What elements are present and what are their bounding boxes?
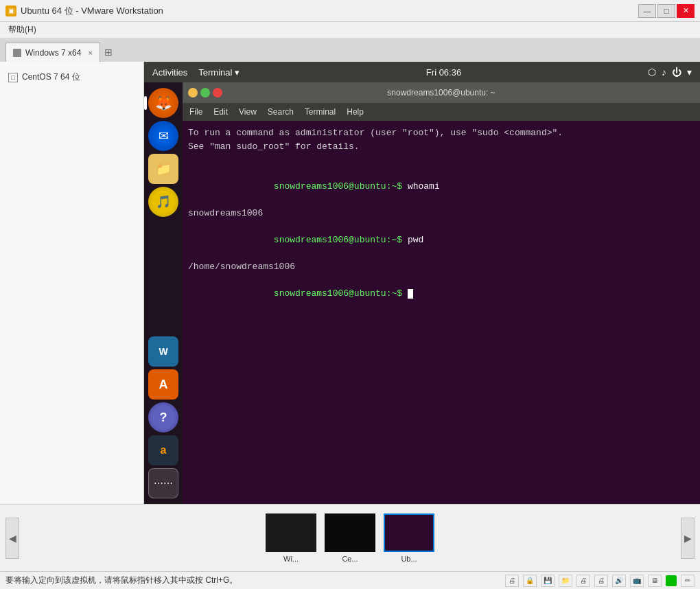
appstore-icon: A [159, 378, 168, 392]
status-icon-volume[interactable]: 🔊 [612, 575, 626, 587]
dock-item-libreoffice[interactable]: W [148, 336, 178, 367]
thumb-label-centos: Ce... [342, 555, 358, 563]
vmware-icon: ▣ [5, 5, 16, 16]
dock-item-amazon[interactable]: a [148, 435, 178, 465]
files-icon: 📁 [156, 161, 171, 176]
vm-item-label: CentOS 7 64 位 [22, 71, 80, 83]
status-icon-folder[interactable]: 📁 [559, 575, 572, 587]
close-button[interactable]: ✕ [677, 4, 695, 18]
minimize-button[interactable]: — [638, 4, 656, 18]
thumb-img-centos [325, 513, 375, 552]
term-prompt-whoami: snowdreams1006@ubuntu:~$ whoami [188, 167, 695, 207]
title-bar-left: ▣ Ubuntu 64 位 - VMware Workstation [5, 5, 163, 17]
status-icon-lock[interactable]: 🔒 [523, 575, 537, 587]
maximize-button[interactable]: □ [657, 4, 675, 18]
ubuntu-topbar-left: Activities Terminal ▾ [152, 67, 240, 78]
tab-windows7[interactable]: Windows 7 x64 × [5, 43, 100, 62]
thumbnails-strip: ◀ Wi... Ce... Ub... ▶ [0, 504, 700, 571]
term-empty-line-1 [188, 153, 695, 167]
terminal-menu-edit[interactable]: Edit [213, 107, 228, 117]
term-prompt-pwd: snowdreams1006@ubuntu:~$ pwd [188, 220, 695, 261]
ubuntu-clock: Fri 06:36 [426, 67, 461, 78]
ubuntu-topbar-right: ⬡ ♪ ⏻ ▾ [648, 67, 692, 78]
status-icon-print2[interactable]: 🖨 [576, 575, 590, 587]
dock-item-help[interactable]: ? [148, 402, 178, 432]
volume-icon[interactable]: ♪ [662, 67, 666, 78]
terminal-window: snowdreams1006@ubuntu: ~ File Edit View … [183, 82, 700, 504]
term-prompt-current: snowdreams1006@ubuntu:~$ [188, 274, 695, 314]
status-icon-usb[interactable]: 🖥 [648, 575, 662, 587]
amazon-icon: a [161, 444, 167, 457]
vm-item-centos[interactable]: □ CentOS 7 64 位 [0, 67, 143, 87]
ubuntu-desktop: 🦊 ✉ 📁 🎵 W [144, 82, 700, 504]
main-content: □ CentOS 7 64 位 Activities Terminal ▾ Fr… [0, 62, 700, 589]
rhythmbox-icon: 🎵 [156, 194, 171, 209]
thumbnails-prev-button[interactable]: ◀ [5, 518, 19, 559]
terminal-menu-terminal[interactable]: Terminal [305, 107, 336, 117]
thumbnail-items: Wi... Ce... Ub... [22, 513, 678, 563]
terminal-close-button[interactable] [213, 88, 222, 97]
tab-label: Windows 7 x64 [25, 48, 81, 58]
term-output-pwd: /home/snowdreams1006 [188, 260, 695, 274]
left-panel: □ CentOS 7 64 位 [0, 62, 144, 504]
status-bar: 要将输入定向到该虚拟机，请将鼠标指针移入其中或按 Ctrl+G。 🖨 🔒 💾 📁… [0, 571, 700, 589]
terminal-menu-help[interactable]: Help [347, 107, 364, 117]
vm-area: □ CentOS 7 64 位 Activities Terminal ▾ Fr… [0, 62, 700, 504]
dock-item-thunderbird[interactable]: ✉ [148, 121, 178, 151]
status-icon-print[interactable]: 🖨 [505, 575, 519, 587]
firefox-icon: 🦊 [155, 95, 172, 111]
term-output-line-2: See "man sudo_root" for details. [188, 140, 695, 154]
dock-item-firefox[interactable]: 🦊 [148, 88, 178, 118]
terminal-maximize-button[interactable] [200, 88, 210, 97]
term-cmd-pwd: pwd [408, 235, 423, 245]
ubuntu-dock: 🦊 ✉ 📁 🎵 W [144, 82, 183, 504]
thumb-img-win7 [266, 513, 316, 552]
status-icon-display[interactable]: 📺 [630, 575, 644, 587]
thumbnails-next-button[interactable]: ▶ [681, 518, 695, 559]
status-icon-save[interactable]: 💾 [541, 575, 555, 587]
terminal-minimize-button[interactable] [188, 88, 198, 97]
window-controls: — □ ✕ [638, 4, 695, 18]
tabs-area: Windows 7 x64 × ⊞ [0, 38, 700, 62]
terminal-titlebar: snowdreams1006@ubuntu: ~ [183, 82, 700, 103]
dock-item-files[interactable]: 📁 [148, 154, 178, 184]
power-icon[interactable]: ⏻ [672, 67, 681, 78]
libreoffice-icon: W [159, 346, 167, 357]
ubuntu-topbar: Activities Terminal ▾ Fri 06:36 ⬡ ♪ ⏻ ▾ [144, 62, 700, 82]
terminal-body[interactable]: To run a command as administrator (user … [183, 121, 700, 504]
terminal-title: snowdreams1006@ubuntu: ~ [222, 88, 660, 97]
menu-item-help[interactable]: 帮助(H) [5, 23, 39, 37]
thumb-item-centos[interactable]: Ce... [325, 513, 375, 563]
terminal-menu-button[interactable]: Terminal ▾ [198, 67, 240, 78]
thumb-label-win7: Wi... [283, 555, 299, 563]
dock-item-show-apps[interactable]: ⋯⋯ Show Applications [148, 468, 178, 498]
term-cursor [408, 289, 413, 299]
network-icon[interactable]: ⬡ [648, 67, 656, 78]
status-icon-print3[interactable]: 🖨 [594, 575, 608, 587]
terminal-win-controls [188, 88, 222, 97]
terminal-menu-search[interactable]: Search [268, 107, 294, 117]
terminal-menu-file[interactable]: File [189, 107, 202, 117]
thumb-item-win7[interactable]: Wi... [266, 513, 316, 563]
help-icon: ? [160, 411, 167, 425]
thumb-item-ubuntu[interactable]: Ub... [384, 513, 434, 563]
terminal-menu-view[interactable]: View [239, 107, 257, 117]
vm-item-icon: □ [8, 73, 18, 82]
activities-button[interactable]: Activities [152, 67, 187, 78]
dock-active-indicator [144, 96, 147, 110]
term-prompt-text: snowdreams1006@ubuntu:~$ [274, 181, 408, 192]
thumb-label-ubuntu: Ub... [401, 555, 417, 563]
dock-item-rhythmbox[interactable]: 🎵 [148, 187, 178, 217]
term-prompt-text-3: snowdreams1006@ubuntu:~$ [274, 288, 408, 299]
tab-new-button[interactable]: ⊞ [100, 43, 117, 62]
status-icon-edit[interactable]: ✏ [681, 575, 695, 587]
terminal-menubar: File Edit View Search Terminal Help [183, 103, 700, 121]
title-bar: ▣ Ubuntu 64 位 - VMware Workstation — □ ✕ [0, 0, 700, 22]
term-output-whoami: snowdreams1006 [188, 207, 695, 220]
dock-item-appstore[interactable]: A [148, 369, 178, 400]
system-menu-icon[interactable]: ▾ [687, 67, 692, 78]
ubuntu-viewport[interactable]: Activities Terminal ▾ Fri 06:36 ⬡ ♪ ⏻ ▾ [144, 62, 700, 504]
status-text: 要将输入定向到该虚拟机，请将鼠标指针移入其中或按 Ctrl+G。 [5, 575, 500, 586]
show-apps-icon: ⋯⋯ [154, 478, 173, 489]
tab-close-button[interactable]: × [88, 49, 92, 57]
